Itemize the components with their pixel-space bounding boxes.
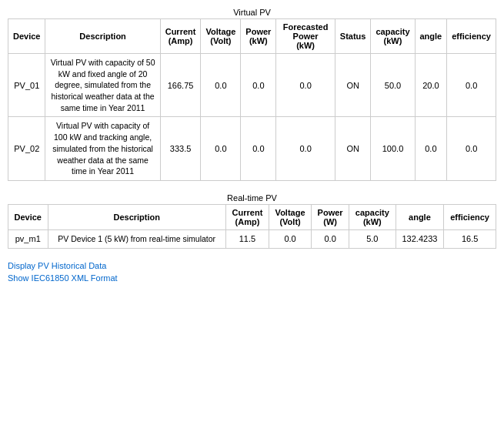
- vpv-voltage-1: 0.0: [201, 117, 241, 180]
- rt-voltage-0: 0.0: [269, 229, 311, 248]
- vpv-forecasted-1: 0.0: [276, 117, 335, 180]
- col-current: Current(Amp): [160, 19, 201, 54]
- rt-col-capacity: capacity(kW): [349, 204, 396, 229]
- rt-col-efficiency: efficiency: [444, 204, 496, 229]
- virtual-pv-title: Virtual PV: [8, 8, 496, 17]
- vpv-status-0: ON: [335, 54, 371, 117]
- virtual-pv-row: PV_02 Virtual PV with capacity of 100 kW…: [8, 117, 496, 180]
- rt-device-0: pv_m1: [8, 229, 48, 248]
- vpv-current-0: 166.75: [160, 54, 201, 117]
- realtime-pv-title: Real-time PV: [8, 193, 496, 203]
- vpv-power-0: 0.0: [241, 54, 276, 117]
- rt-description-0: PV Device 1 (5 kW) from real-time simula…: [48, 229, 225, 248]
- link-1[interactable]: Show IEC61850 XML Format: [8, 273, 496, 283]
- link-0[interactable]: Display PV Historical Data: [8, 261, 496, 270]
- rt-col-angle: angle: [396, 204, 444, 229]
- virtual-pv-table: Device Description Current(Amp) Voltage(…: [8, 18, 496, 181]
- vpv-description-0: Virtual PV with capacity of 50 kW and fi…: [45, 54, 160, 117]
- col-voltage: Voltage(Volt): [201, 19, 241, 54]
- rt-col-device: Device: [8, 204, 48, 229]
- rt-angle-0: 132.4233: [396, 229, 444, 248]
- rt-capacity-0: 5.0: [349, 229, 396, 248]
- vpv-device-0: PV_01: [8, 54, 45, 117]
- rt-power-0: 0.0: [312, 229, 349, 248]
- rt-col-power: Power(W): [312, 204, 349, 229]
- virtual-pv-row: PV_01 Virtual PV with capacity of 50 kW …: [8, 54, 496, 117]
- realtime-pv-row: pv_m1 PV Device 1 (5 kW) from real-time …: [8, 229, 496, 248]
- vpv-forecasted-0: 0.0: [276, 54, 335, 117]
- col-efficiency: efficiency: [447, 19, 496, 54]
- col-description: Description: [45, 19, 160, 54]
- col-device: Device: [8, 19, 45, 54]
- col-angle: angle: [415, 19, 447, 54]
- rt-col-current: Current(Amp): [225, 204, 269, 229]
- vpv-angle-1: 0.0: [415, 117, 447, 180]
- vpv-description-1: Virtual PV with capacity of 100 kW and t…: [45, 117, 160, 180]
- vpv-voltage-0: 0.0: [201, 54, 241, 117]
- rt-current-0: 11.5: [225, 229, 269, 248]
- col-power: Power(kW): [241, 19, 276, 54]
- vpv-capacity-1: 100.0: [371, 117, 415, 180]
- col-status: Status: [335, 19, 371, 54]
- realtime-pv-table: Device Description Current(Amp) Voltage(…: [8, 204, 496, 249]
- vpv-angle-0: 20.0: [415, 54, 447, 117]
- vpv-power-1: 0.0: [241, 117, 276, 180]
- col-forecasted-power: Forecasted Power(kW): [276, 19, 335, 54]
- vpv-efficiency-1: 0.0: [447, 117, 496, 180]
- rt-col-description: Description: [48, 204, 225, 229]
- vpv-current-1: 333.5: [160, 117, 201, 180]
- vpv-status-1: ON: [335, 117, 371, 180]
- col-capacity: capacity(kW): [371, 19, 415, 54]
- vpv-device-1: PV_02: [8, 117, 45, 180]
- vpv-capacity-0: 50.0: [371, 54, 415, 117]
- link-section: Display PV Historical DataShow IEC61850 …: [8, 261, 496, 283]
- rt-efficiency-0: 16.5: [444, 229, 496, 248]
- vpv-efficiency-0: 0.0: [447, 54, 496, 117]
- rt-col-voltage: Voltage(Volt): [269, 204, 311, 229]
